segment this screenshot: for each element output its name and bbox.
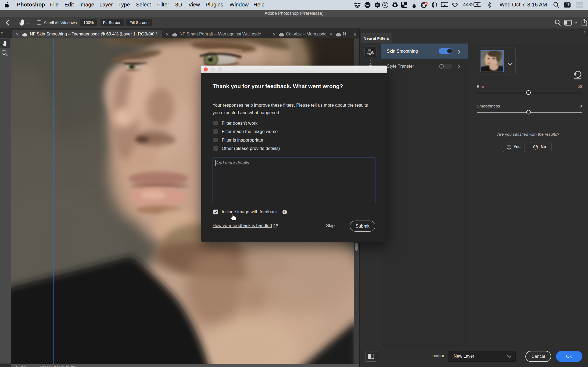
svg-text:9: 9: [425, 2, 426, 5]
